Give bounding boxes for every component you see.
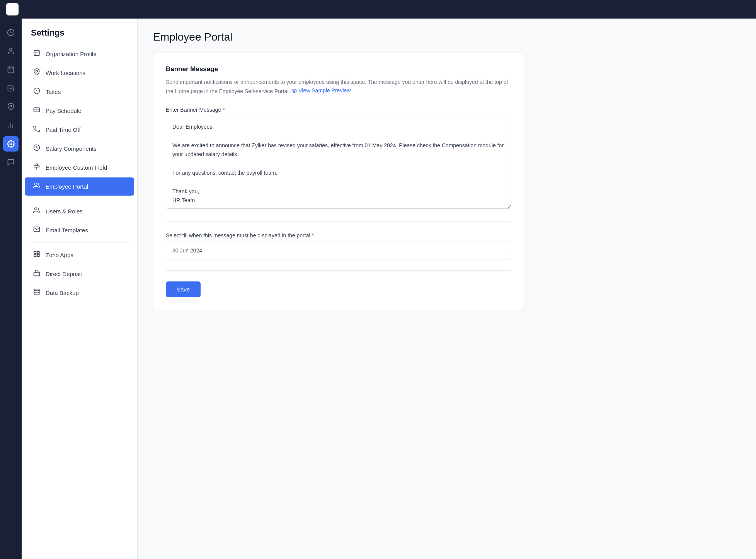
nav-divider-1 (29, 199, 129, 199)
svg-point-24 (35, 183, 37, 185)
sidebar-item-label: Email Templates (46, 227, 88, 233)
users-roles-icon (32, 207, 41, 216)
settings-nav-icon[interactable] (3, 136, 19, 152)
svg-point-32 (34, 289, 39, 291)
sidebar-item-employee-portal[interactable]: Employee Portal (25, 177, 134, 196)
sidebar-item-label: Data Backup (46, 290, 79, 296)
person-nav-icon[interactable] (3, 43, 19, 59)
employee-custom-field-icon (32, 163, 41, 172)
view-sample-link[interactable]: View Sample Preview (291, 86, 351, 95)
sidebar-item-paid-time-off[interactable]: Paid Time Off (25, 121, 134, 139)
content-card: Banner Message Send important notificati… (153, 53, 524, 310)
save-button[interactable]: Save (166, 281, 201, 297)
svg-rect-27 (37, 251, 39, 253)
svg-rect-0 (8, 5, 12, 9)
chat-nav-icon[interactable] (3, 155, 19, 170)
email-templates-icon (32, 226, 41, 235)
sidebar-item-zoho-apps[interactable]: Zoho Apps (25, 246, 134, 264)
sidebar-item-organization-profile[interactable]: Organization Profile (25, 45, 134, 63)
banner-section-title: Banner Message (166, 65, 511, 73)
data-backup-icon (32, 288, 41, 297)
svg-rect-3 (13, 10, 17, 14)
sidebar-item-label: Salary Components (46, 145, 97, 152)
employee-portal-icon (32, 182, 41, 191)
banner-message-label: Enter Banner Message * (166, 107, 511, 113)
sidebar-item-label: Paid Time Off (46, 126, 81, 133)
sidebar-item-label: Taxes (46, 89, 61, 95)
form-divider-2 (166, 270, 511, 271)
taxes-icon (32, 87, 41, 96)
date-input[interactable] (166, 242, 511, 259)
clock-nav-icon[interactable] (3, 25, 19, 40)
required-star: * (223, 107, 225, 113)
svg-point-16 (36, 70, 38, 72)
sidebar-item-taxes[interactable]: Taxes (25, 83, 134, 101)
task-nav-icon[interactable] (3, 80, 19, 96)
svg-rect-20 (34, 108, 40, 112)
calendar-nav-icon[interactable] (3, 62, 19, 77)
work-locations-icon (32, 68, 41, 77)
sidebar-item-label: Pay Schedule (46, 107, 82, 114)
main-content: Employee Portal Banner Message Send impo… (138, 19, 756, 559)
banner-section-description: Send important notifications or announce… (166, 78, 511, 96)
sidebar-item-label: Organization Profile (46, 51, 97, 57)
sidebar-item-direct-deposit[interactable]: Direct Deposit (25, 265, 134, 283)
sidebar-item-label: Employee Custom Field (46, 164, 107, 171)
sidebar-item-pay-schedule[interactable]: Pay Schedule (25, 102, 134, 120)
svg-rect-2 (8, 10, 12, 14)
date-field-section: Select till when this message must be di… (166, 232, 511, 259)
organization-profile-icon (32, 49, 41, 58)
nav-divider-2 (29, 242, 129, 243)
sidebar-item-employee-custom-field[interactable]: Employee Custom Field (25, 158, 134, 177)
sidebar-item-label: Work Locations (46, 70, 85, 76)
salary-components-icon (32, 144, 41, 153)
settings-title: Settings (22, 19, 137, 44)
svg-rect-28 (34, 255, 36, 257)
svg-rect-1 (13, 5, 17, 9)
sidebar-item-work-locations[interactable]: Work Locations (25, 64, 134, 82)
app-logo (6, 3, 19, 15)
sidebar-item-salary-components[interactable]: Salary Components (25, 140, 134, 158)
sidebar-item-label: Employee Portal (46, 183, 88, 190)
svg-point-33 (294, 90, 295, 92)
banner-message-textarea[interactable]: Dear Employees, We are excited to announ… (166, 116, 511, 209)
svg-rect-29 (37, 255, 39, 257)
sidebar-item-data-backup[interactable]: Data Backup (25, 284, 134, 302)
svg-rect-6 (8, 67, 14, 73)
svg-point-5 (10, 48, 12, 51)
form-divider (166, 221, 511, 222)
sidebar-item-users-roles[interactable]: Users & Roles (25, 202, 134, 220)
sidebar-item-label: Direct Deposit (46, 271, 82, 277)
zoho-apps-icon (32, 251, 41, 259)
banner-message-field: Enter Banner Message * Dear Employees, W… (166, 107, 511, 210)
sidebar-item-email-templates[interactable]: Email Templates (25, 221, 134, 239)
sidebar-item-label: Zoho Apps (46, 252, 73, 258)
paid-time-off-icon (32, 125, 41, 134)
pin-nav-icon[interactable] (3, 99, 19, 114)
pay-schedule-icon (32, 106, 41, 115)
direct-deposit-icon (32, 269, 41, 278)
required-star-2: * (312, 232, 314, 239)
sidebar-item-label: Users & Roles (46, 208, 83, 215)
page-title: Employee Portal (153, 31, 741, 43)
svg-rect-15 (34, 50, 39, 56)
svg-rect-26 (34, 251, 36, 253)
top-bar (0, 0, 756, 19)
chart-nav-icon[interactable] (3, 118, 19, 133)
svg-rect-31 (34, 273, 40, 276)
svg-point-25 (35, 208, 37, 210)
date-label: Select till when this message must be di… (166, 232, 511, 239)
settings-sidebar: Settings Organization Profile Work Locat… (22, 19, 138, 559)
svg-point-10 (10, 105, 12, 107)
icon-sidebar (0, 19, 22, 559)
svg-point-14 (10, 143, 12, 145)
